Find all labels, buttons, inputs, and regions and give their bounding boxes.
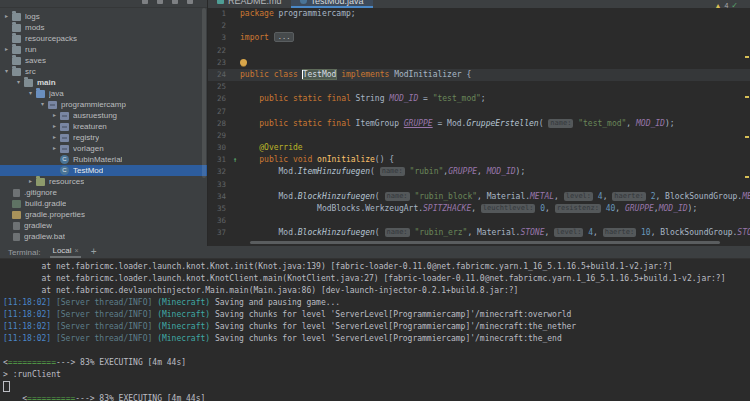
tree-item-vorlagen[interactable]: ▸vorlagen	[0, 143, 207, 154]
code-line[interactable]: 30 @Override	[208, 142, 750, 154]
code-token: , BlockSoundGroup.	[655, 192, 742, 201]
code-token: Mod.	[240, 192, 298, 201]
chevron-down-icon[interactable]: ▾	[26, 88, 35, 99]
tree-item-java[interactable]: ▾java	[0, 88, 207, 99]
code-line[interactable]: 25	[208, 81, 750, 93]
folder-icon	[12, 13, 21, 21]
chevron-right-icon[interactable]: ▸	[50, 132, 59, 143]
tree-item-label: mods	[25, 22, 45, 33]
chevron-down-icon[interactable]: ▾	[2, 66, 11, 77]
code-line[interactable]: 32 Mod.ItemHinzufuegen( name: "rubin",GR…	[208, 166, 750, 178]
code-line[interactable]: 3import ...	[208, 32, 750, 44]
collapse-all-icon[interactable]	[157, 0, 163, 4]
editor-tab-readme[interactable]: README.md	[208, 0, 291, 8]
terminal-line: <==========---> 83% EXECUTING [4m 44s]	[3, 357, 750, 369]
code-line[interactable]: 27	[208, 106, 750, 118]
project-scrollbar[interactable]	[202, 8, 206, 178]
code-token: 4	[593, 192, 603, 201]
code-editor[interactable]: 1package programmiercamp;23import ...222…	[208, 8, 750, 240]
tree-item-logs[interactable]: ▸logs	[0, 11, 207, 22]
code-line[interactable]: 37 Mod.BlockHinzufuegen( name: "rubin_er…	[208, 227, 750, 239]
tree-item-mods[interactable]: mods	[0, 22, 207, 33]
gear-icon[interactable]	[172, 0, 178, 4]
tree-item-main[interactable]: ▾main	[0, 77, 207, 88]
chevron-right-icon[interactable]: ▸	[50, 110, 59, 121]
code-token: level:	[564, 192, 593, 201]
error-stripe-mark[interactable]	[745, 56, 749, 58]
code-line[interactable]: 2	[208, 20, 750, 32]
tree-item-gradlew[interactable]: gradlew	[0, 220, 207, 231]
code-token: implements	[336, 70, 394, 79]
code-line[interactable]: 26 public static final String MOD_ID = "…	[208, 93, 750, 105]
locate-icon[interactable]	[142, 0, 148, 4]
tree-item-kreaturen[interactable]: ▸kreaturen	[0, 121, 207, 132]
chevron-right-icon[interactable]: ▸	[50, 143, 59, 154]
code-line[interactable]: 1package programmiercamp;	[208, 8, 750, 20]
tree-item-rubinmaterial[interactable]: CRubinMaterial	[0, 154, 207, 165]
code-token: 0	[535, 204, 545, 213]
tree-item-programmiercamp[interactable]: ▾programmiercamp	[0, 99, 207, 110]
tree-item-testmod[interactable]: CTestMod	[0, 165, 207, 176]
chevron-down-icon[interactable]: ▾	[14, 77, 23, 88]
new-terminal-button[interactable]: +	[91, 247, 97, 257]
code-token: BlockHinzufuegen	[298, 228, 375, 237]
code-line[interactable]: 31↑ public void onInitialize() {	[208, 154, 750, 166]
tree-item-label: run	[25, 44, 37, 55]
code-token: (	[539, 119, 549, 128]
code-line[interactable]: 23	[208, 57, 750, 69]
code-line[interactable]: 29	[208, 130, 750, 142]
tree-item-src[interactable]: ▾src	[0, 66, 207, 77]
code-token: , BlockSoundGroup.	[651, 228, 738, 237]
tree-item-label: .gitignore	[24, 187, 57, 198]
editor-hscrollbar[interactable]	[250, 241, 720, 244]
code-line[interactable]: 33	[208, 179, 750, 191]
tree-item-resources[interactable]: ▸resources	[0, 176, 207, 187]
error-stripe-mark[interactable]	[745, 176, 749, 178]
terminal-output[interactable]: at net.fabricmc.loader.launch.knot.Knot.…	[0, 259, 750, 401]
line-number: 26	[208, 93, 230, 105]
tree-item-gradle-properties[interactable]: gradle.properties	[0, 209, 207, 220]
code-line[interactable]: 22	[208, 45, 750, 57]
terminal-line: at net.fabricmc.loader.launch.knot.KnotC…	[3, 273, 750, 285]
code-line[interactable]: 34 Mod.BlockHinzufuegen( name: "rubin_bl…	[208, 191, 750, 203]
code-line[interactable]: 36	[208, 215, 750, 227]
tree-item-gradlew-bat[interactable]: gradlew.bat	[0, 231, 207, 242]
terminal-tab-local[interactable]: Local ×	[50, 246, 80, 258]
project-tree[interactable]: ▸logsmodsresourcepacks▸runsaves▾src▾main…	[0, 8, 207, 242]
tree-item-resourcepacks[interactable]: resourcepacks	[0, 33, 207, 44]
terminal-line: at net.fabricmc.devlaunchinjector.Main.m…	[3, 285, 750, 297]
tree-item--gitignore[interactable]: .gitignore	[0, 187, 207, 198]
chevron-right-icon[interactable]: ▸	[26, 176, 35, 187]
terminal-text: (Minecraft)	[157, 310, 215, 319]
code-token: ModBlocks.WerkzeugArt.	[240, 204, 423, 213]
code-token: MOD_ID	[659, 204, 688, 213]
override-icon: ↑	[230, 154, 240, 166]
chevron-right-icon[interactable]: ▸	[2, 11, 11, 22]
tree-item-ausruestung[interactable]: ▸ausruestung	[0, 110, 207, 121]
tree-item-saves[interactable]: saves	[0, 55, 207, 66]
tree-item-build-gradle[interactable]: build.gradle	[0, 198, 207, 209]
code-token: (	[375, 228, 385, 237]
code-token	[240, 94, 259, 103]
close-icon[interactable]: ×	[75, 247, 79, 254]
hide-icon[interactable]	[187, 0, 193, 4]
chevron-right-icon[interactable]: ▸	[50, 121, 59, 132]
code-line[interactable]: 28 public static final ItemGroup GRUPPE …	[208, 118, 750, 130]
error-stripe-mark[interactable]	[745, 96, 749, 98]
chevron-down-icon[interactable]: ▾	[38, 99, 47, 110]
tree-item-registry[interactable]: ▸registry	[0, 132, 207, 143]
code-line[interactable]: 35 ModBlocks.WerkzeugArt.SPITZHACKE, leu…	[208, 203, 750, 215]
code-line[interactable]: 24public class TestMod implements ModIni…	[208, 69, 750, 81]
code-token: ,	[545, 204, 555, 213]
tree-item-label: programmiercamp	[61, 99, 126, 110]
terminal-text: [Server thread/INFO]	[56, 334, 157, 343]
error-stripe-mark[interactable]	[745, 136, 749, 138]
chevron-right-icon[interactable]: ▸	[2, 44, 11, 55]
editor-tab-testmod[interactable]: TestMod.java	[291, 0, 373, 8]
line-number: 30	[208, 142, 230, 154]
terminal-text: Saving chunks for level 'ServerLevel[Pro…	[215, 334, 562, 343]
tree-item-run[interactable]: ▸run	[0, 44, 207, 55]
terminal-line: [11:18:02] [Server thread/INFO] (Minecra…	[3, 297, 750, 309]
terminal-text: Saving chunks for level 'ServerLevel[Pro…	[215, 322, 576, 331]
terminal-text: Saving and pausing game...	[215, 298, 340, 307]
